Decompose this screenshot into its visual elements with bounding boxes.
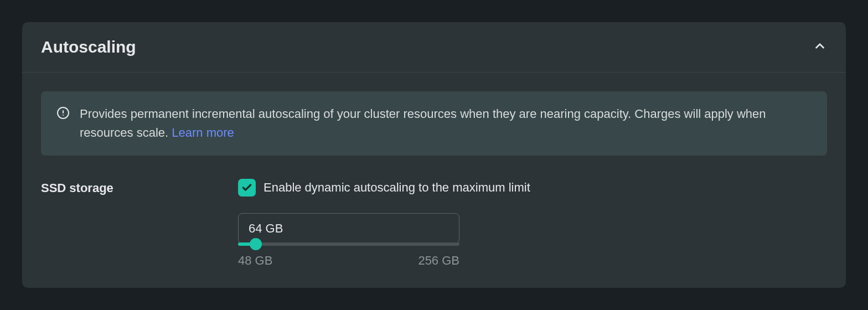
slider-track[interactable] [238, 242, 459, 246]
slider-value: 64 GB [238, 213, 459, 244]
enable-autoscaling-checkbox[interactable] [238, 179, 256, 197]
slider-max-label: 256 GB [418, 254, 459, 268]
setting-label: SSD storage [41, 179, 238, 195]
panel-body: Provides permanent incremental autoscali… [22, 73, 846, 287]
panel-title: Autoscaling [41, 38, 136, 56]
slider-min-label: 48 GB [238, 254, 272, 268]
info-box: Provides permanent incremental autoscali… [41, 91, 827, 156]
storage-slider: 64 GB 48 GB 256 GB [238, 213, 459, 268]
info-icon [56, 106, 70, 122]
setting-control: Enable dynamic autoscaling to the maximu… [238, 179, 827, 268]
learn-more-link[interactable]: Learn more [172, 126, 234, 140]
info-text: Provides permanent incremental autoscali… [80, 105, 812, 142]
checkbox-label[interactable]: Enable dynamic autoscaling to the maximu… [264, 180, 530, 195]
autoscaling-panel: Autoscaling Provides permanent increment… [22, 22, 846, 288]
slider-range-labels: 48 GB 256 GB [238, 254, 459, 268]
chevron-up-icon [813, 39, 827, 55]
checkbox-row: Enable dynamic autoscaling to the maximu… [238, 179, 827, 197]
ssd-storage-setting: SSD storage Enable dynamic autoscaling t… [41, 179, 827, 268]
panel-header[interactable]: Autoscaling [22, 22, 846, 73]
slider-thumb[interactable] [250, 238, 262, 250]
